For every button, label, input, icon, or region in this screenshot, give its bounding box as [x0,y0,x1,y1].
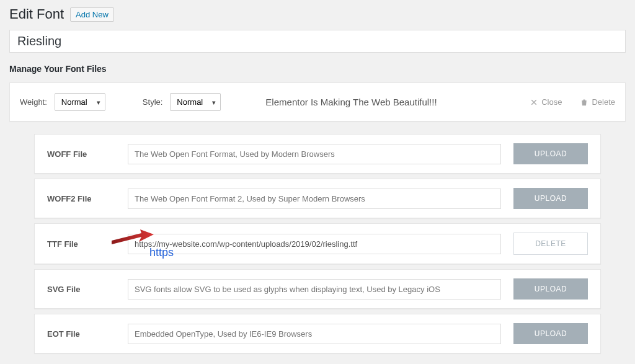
file-type-label: WOFF2 File [47,194,115,203]
file-row: EOT FileUPLOAD [34,314,601,353]
file-type-label: TTF File [47,239,115,249]
preview-text: Elementor Is Making The Web Beautiful!!! [265,97,437,107]
file-url-input[interactable] [128,189,501,209]
upload-file-button[interactable]: UPLOAD [513,143,588,164]
file-row: SVG FileUPLOAD [34,269,601,309]
delete-action[interactable]: Delete [580,97,615,107]
file-url-input[interactable] [128,279,501,300]
upload-file-button[interactable]: UPLOAD [513,323,588,344]
weight-select-wrap: Normal [55,93,105,111]
upload-file-button[interactable]: UPLOAD [513,278,588,300]
file-row: WOFF2 FileUPLOAD [34,179,601,218]
config-panel: Weight: Normal Style: Normal Elementor I… [9,82,626,122]
manage-files-label: Manage Your Font Files [9,64,626,74]
style-select[interactable]: Normal [170,93,221,111]
file-row: TTF FileDELETEhttps [34,223,601,264]
style-label: Style: [143,97,163,107]
add-new-button[interactable]: Add New [70,7,114,22]
file-row: WOFF FileUPLOAD [34,134,601,174]
file-type-label: EOT File [47,329,115,339]
weight-select[interactable]: Normal [55,93,105,111]
file-type-label: WOFF File [47,149,115,159]
delete-file-button[interactable]: DELETE [513,233,588,255]
upload-file-button[interactable]: UPLOAD [513,188,588,209]
page-title: Edit Font [9,6,64,22]
file-type-label: SVG File [47,285,115,294]
file-url-input[interactable] [128,234,501,254]
style-select-wrap: Normal [170,93,221,111]
file-url-input[interactable] [128,324,501,344]
weight-label: Weight: [20,97,47,107]
trash-icon [580,99,588,106]
close-button[interactable]: Close [530,97,562,107]
page-header: Edit Font Add New [9,6,626,22]
close-icon [530,99,538,106]
file-url-input[interactable] [128,144,501,164]
font-name-input[interactable] [9,30,626,53]
